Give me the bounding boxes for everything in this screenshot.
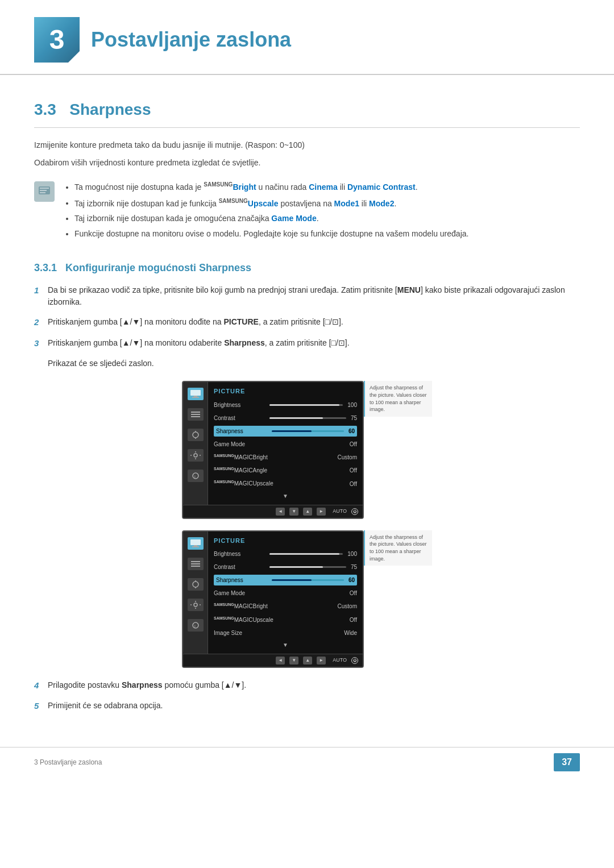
step-5-text: Primijenit će se odabrana opcija. (48, 700, 580, 712)
monitor-body-2: i PICTURE Brightness 100 Contrast (182, 530, 364, 668)
step-3-text: Pritiskanjem gumba [▲/▼] na monitoru oda… (48, 337, 580, 349)
monitor-row-magicbright-2: SAMSUNGMAGICBright Custom (214, 601, 357, 612)
monitor-screenshot-2: i PICTURE Brightness 100 Contrast (34, 530, 580, 668)
svg-rect-9 (191, 416, 200, 417)
monitor-label-magicbright-2: SAMSUNGMAGICBright (214, 602, 268, 610)
monitor-slider-contrast-2 (269, 566, 346, 568)
svg-rect-4 (190, 390, 201, 396)
chapter-number: 3 (49, 19, 65, 60)
intro-text-2: Odabirom viših vrijednosti konture predm… (34, 157, 580, 169)
svg-rect-21 (191, 566, 200, 567)
monitor-value-magicbright-1: Custom (338, 453, 357, 462)
monitor-row-sharpness-2: Sharpness 60 (214, 575, 357, 585)
svg-rect-7 (191, 412, 200, 413)
monitor-slider-contrast-1 (269, 417, 346, 419)
monitor-value-contrast-2: 75 (351, 563, 357, 571)
subsection-heading: Konfiguriranje mogućnosti Sharpness (65, 262, 251, 273)
section-heading: Sharpness (69, 101, 151, 118)
monitor-row-sharpness-1: Sharpness 60 (214, 426, 357, 437)
svg-rect-18 (192, 546, 199, 547)
monitor-icon-display-2 (188, 537, 204, 550)
footer-section-label: 3 Postavljanje zaslona (34, 757, 102, 767)
monitor-value-magicupscale-1: Off (350, 480, 357, 488)
note-box: Ta mogućnost nije dostupna kada je SAMSU… (34, 180, 580, 243)
svg-point-26 (193, 622, 198, 628)
svg-rect-5 (194, 396, 197, 397)
monitor-label-magicupscale-1: SAMSUNGMAGICUpscale (214, 479, 273, 488)
monitor-main-2: PICTURE Brightness 100 Contrast 75 (208, 531, 363, 654)
svg-point-13 (194, 454, 197, 457)
monitor-slider-brightness-1 (269, 404, 343, 406)
svg-rect-8 (191, 414, 200, 415)
monitor-value-imagesize-2: Wide (344, 629, 357, 637)
note-item-3: Taj izbornik nije dostupan kada je omogu… (74, 213, 468, 225)
monitor-row-imagesize-2: Image Size Wide (214, 628, 357, 638)
chapter-number-box: 3 (34, 17, 80, 63)
monitor-wrapper-1: i PICTURE Brightness 100 (182, 381, 432, 518)
monitor-label-sharpness-1: Sharpness (216, 427, 267, 435)
monitor-value-brightness-2: 100 (347, 550, 357, 558)
step-1: 1 Da bi se prikazao vodič za tipke, prit… (34, 284, 580, 308)
monitor-label-magicbright-1: SAMSUNGMAGICBright (214, 453, 268, 462)
monitor-value-contrast-1: 75 (351, 414, 357, 422)
monitor-label-gamemode-1: Game Mode (214, 440, 265, 448)
note-item-4: Funkcije dostupne na monitoru ovise o mo… (74, 228, 468, 240)
monitor-value-sharpness-2: 60 (349, 576, 355, 584)
power-btn-1: ⏻ (351, 508, 358, 515)
monitor-value-magicangle-1: Off (350, 466, 357, 475)
svg-rect-2 (40, 190, 47, 191)
monitor-icon-adjust-2 (188, 578, 204, 591)
monitor-icon-display (188, 388, 204, 400)
monitor-label-contrast-2: Contrast (214, 563, 265, 571)
svg-rect-17 (194, 545, 197, 546)
step-2-text: Pritiskanjem gumba [▲/▼] na monitoru dođ… (48, 316, 580, 328)
svg-point-22 (193, 582, 198, 587)
monitor-row-brightness-2: Brightness 100 (214, 549, 357, 559)
monitor-label-brightness-1: Brightness (214, 401, 265, 409)
step-4: 4 Prilagodite postavku Sharpness pomoću … (34, 679, 580, 692)
monitor-row-gamemode-1: Game Mode Off (214, 439, 357, 450)
monitor-row-contrast-1: Contrast 75 (214, 413, 357, 423)
svg-point-14 (193, 473, 198, 479)
subsection-title: 3.3.1 Konfiguriranje mogućnosti Sharpnes… (34, 260, 580, 276)
monitor-label-gamemode-2: Game Mode (214, 589, 265, 597)
monitor-row-brightness-1: Brightness 100 (214, 400, 357, 410)
monitor-row-magicbright-1: SAMSUNGMAGICBright Custom (214, 452, 357, 463)
monitor-icon-info: i (188, 470, 204, 482)
monitor-row-magicupscale-2: SAMSUNGMAGICUpscale Off (214, 614, 357, 625)
monitor-sidebar-1: i (183, 382, 208, 504)
monitor-bottom-bar-1: ◄ ▼ ▲ ► AUTO ⏻ (183, 505, 363, 518)
step-1-text: Da bi se prikazao vodič za tipke, pritis… (48, 284, 580, 308)
monitor-label-brightness-2: Brightness (214, 550, 265, 558)
monitor-row-contrast-2: Contrast 75 (214, 562, 357, 572)
monitor-main-1: PICTURE Brightness 100 Contrast 75 (208, 382, 363, 504)
note-item-2: Taj izbornik nije dostupan kad je funkci… (74, 197, 468, 210)
note-list: Ta mogućnost nije dostupna kada je SAMSU… (63, 180, 468, 243)
svg-rect-20 (191, 563, 200, 564)
page-title: Postavljanje zaslona (91, 24, 291, 55)
main-content: 3.3 Sharpness Izmijenite konture predmet… (0, 98, 614, 713)
nav-btn-right-1: ► (317, 508, 326, 516)
monitor-row-magicupscale-1: SAMSUNGMAGICUpscale Off (214, 478, 357, 489)
monitor-wrapper-2: i PICTURE Brightness 100 Contrast (182, 530, 432, 668)
nav-btn-down-1: ▼ (289, 508, 298, 516)
note-item-1: Ta mogućnost nije dostupna kada je SAMSU… (74, 180, 468, 193)
monitor-icon-adjust (188, 429, 204, 441)
monitor-row-magicangle-1: SAMSUNGMAGICAngle Off (214, 465, 357, 476)
svg-rect-19 (191, 561, 200, 562)
nav-btn-up-2: ▲ (303, 657, 312, 665)
step-3-indent: Prikazat će se sljedeći zaslon. (48, 358, 580, 369)
step-1-num: 1 (34, 284, 48, 297)
monitor-icon-settings (188, 449, 204, 462)
monitor-slider-sharpness-2 (272, 579, 344, 581)
svg-rect-1 (40, 188, 49, 189)
nav-btn-left-2: ◄ (276, 657, 285, 665)
svg-rect-6 (192, 397, 199, 398)
monitor-value-magicbright-2: Custom (338, 602, 357, 610)
nav-btn-left-1: ◄ (276, 508, 285, 516)
auto-btn-1: AUTO (333, 508, 347, 516)
step-2-num: 2 (34, 316, 48, 329)
page-footer: 3 Postavljanje zaslona 37 (0, 747, 614, 777)
step-2: 2 Pritiskanjem gumba [▲/▼] na monitoru d… (34, 316, 580, 329)
monitor-value-gamemode-2: Off (350, 589, 357, 597)
